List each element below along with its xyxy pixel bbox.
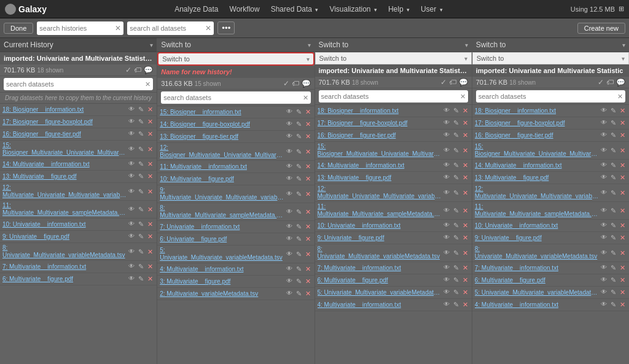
edit-icon[interactable]: ✎ <box>295 107 303 117</box>
view-icon[interactable]: 👁 <box>442 249 451 258</box>
col-header-arrow-0[interactable]: ▾ <box>150 42 153 48</box>
edit-icon[interactable]: ✎ <box>295 234 303 244</box>
dataset-name[interactable]: 5: Univariate_Multivariate_variableMetad… <box>318 289 441 296</box>
delete-icon[interactable]: ✕ <box>146 220 154 229</box>
edit-icon[interactable]: ✎ <box>452 233 460 242</box>
nav-shared-data[interactable]: Shared Data ▾ <box>266 2 324 16</box>
dataset-name[interactable]: 7: Multivariate__information.txt <box>2 263 126 270</box>
dataset-name[interactable]: 15: Biosigner_Multivariate_Univariate_Mu… <box>2 142 126 157</box>
edit-icon[interactable]: ✎ <box>609 161 617 170</box>
delete-icon[interactable]: ✕ <box>619 263 627 273</box>
dataset-name[interactable]: 8: Univariate_Multivariate_variableMetad… <box>475 246 598 260</box>
view-icon[interactable]: 👁 <box>285 162 294 171</box>
edit-icon[interactable]: ✎ <box>452 131 460 140</box>
dataset-name[interactable]: 14: Multivariate__information.txt <box>2 161 126 168</box>
dataset-name[interactable]: 11: Multivariate_Multivariate_sampleMeta… <box>475 203 598 218</box>
delete-icon[interactable]: ✕ <box>304 162 312 171</box>
edit-icon[interactable]: ✎ <box>137 117 145 126</box>
create-new-button[interactable]: Create new <box>577 23 625 34</box>
edit-icon[interactable]: ✎ <box>137 105 145 114</box>
edit-icon[interactable]: ✎ <box>452 221 460 230</box>
dataset-name[interactable]: 11: Multivariate_Multivariate_sampleMeta… <box>2 202 126 217</box>
checkmark-icon-3[interactable]: ✓ <box>598 78 604 87</box>
dataset-name[interactable]: 18: Biosigner__information.txt <box>475 107 598 114</box>
delete-icon[interactable]: ✕ <box>461 161 469 170</box>
delete-icon[interactable]: ✕ <box>461 276 469 285</box>
edit-icon[interactable]: ✎ <box>137 160 145 169</box>
edit-icon[interactable]: ✎ <box>295 162 303 171</box>
edit-icon[interactable]: ✎ <box>609 233 617 242</box>
delete-icon[interactable]: ✕ <box>619 188 627 198</box>
dataset-name[interactable]: 10: Univariate__information.txt <box>475 222 598 229</box>
view-icon[interactable]: 👁 <box>600 131 608 140</box>
delete-icon[interactable]: ✕ <box>304 132 312 141</box>
view-icon[interactable]: 👁 <box>442 276 451 285</box>
view-icon[interactable]: 👁 <box>600 249 608 258</box>
view-icon[interactable]: 👁 <box>127 262 136 271</box>
search-datasets-input-1[interactable] <box>163 94 300 101</box>
edit-icon[interactable]: ✎ <box>609 206 617 215</box>
edit-icon[interactable]: ✎ <box>295 222 303 231</box>
edit-icon[interactable]: ✎ <box>137 232 145 241</box>
edit-icon[interactable]: ✎ <box>609 249 617 258</box>
clear-datasets-icon[interactable]: ✕ <box>205 24 211 33</box>
dataset-name[interactable]: 12: Multivariate_Univariate_Multivariate… <box>475 185 598 200</box>
delete-icon[interactable]: ✕ <box>304 120 312 129</box>
delete-icon[interactable]: ✕ <box>461 288 469 297</box>
edit-icon[interactable]: ✎ <box>609 173 617 182</box>
dataset-name[interactable]: 7: Multivariate__information.txt <box>318 265 441 271</box>
dataset-name[interactable]: 6: Univariate__figure.pdf <box>160 236 283 242</box>
nav-workflow[interactable]: Workflow <box>225 2 265 16</box>
edit-icon[interactable]: ✎ <box>452 288 460 297</box>
nav-user[interactable]: User ▾ <box>416 2 448 16</box>
nav-visualization[interactable]: Visualization ▾ <box>324 2 382 16</box>
dataset-name[interactable]: 4: Multivariate__information.txt <box>160 266 283 273</box>
edit-icon[interactable]: ✎ <box>452 173 460 182</box>
dataset-name[interactable]: 17: Biosigner__figure-boxplot.pdf <box>475 120 598 126</box>
delete-icon[interactable]: ✕ <box>146 105 154 114</box>
delete-icon[interactable]: ✕ <box>146 262 154 271</box>
delete-icon[interactable]: ✕ <box>461 221 469 230</box>
edit-icon[interactable]: ✎ <box>137 247 145 257</box>
search-histories-input[interactable] <box>39 25 113 32</box>
view-icon[interactable]: 👁 <box>285 147 294 157</box>
view-icon[interactable]: 👁 <box>442 206 451 215</box>
done-button[interactable]: Done <box>4 23 33 34</box>
delete-icon[interactable]: ✕ <box>461 300 469 309</box>
tag-icon-0[interactable]: 🏷 <box>134 66 141 74</box>
dataset-name[interactable]: 13: Biosigner__figure-tier.pdf <box>160 133 283 140</box>
dataset-name[interactable]: 16: Biosigner__figure-tier.pdf <box>318 132 441 139</box>
view-icon[interactable]: 👁 <box>442 263 451 273</box>
dataset-name[interactable]: 7: Multivariate__information.txt <box>475 265 598 271</box>
switch-bar-2[interactable]: Switch to ▾ <box>315 52 472 64</box>
checkmark-icon-0[interactable]: ✓ <box>125 66 131 74</box>
view-icon[interactable]: 👁 <box>600 188 608 198</box>
delete-icon[interactable]: ✕ <box>461 173 469 182</box>
view-icon[interactable]: 👁 <box>600 276 608 285</box>
edit-icon[interactable]: ✎ <box>137 220 145 229</box>
edit-icon[interactable]: ✎ <box>609 263 617 273</box>
dataset-name[interactable]: 15: Biosigner_Multivariate_Univariate_Mu… <box>475 143 598 158</box>
dataset-name[interactable]: 18: Biosigner__information.txt <box>2 106 126 113</box>
dataset-name[interactable]: 15: Biosigner_Multivariate_Univariate_Mu… <box>318 143 441 158</box>
delete-icon[interactable]: ✕ <box>619 173 627 182</box>
delete-icon[interactable]: ✕ <box>619 161 627 170</box>
delete-icon[interactable]: ✕ <box>461 106 469 115</box>
delete-icon[interactable]: ✕ <box>619 233 627 242</box>
delete-icon[interactable]: ✕ <box>619 221 627 230</box>
view-icon[interactable]: 👁 <box>600 118 608 128</box>
col-header-arrow-3[interactable]: ▾ <box>622 42 625 48</box>
view-icon[interactable]: 👁 <box>442 161 451 170</box>
dataset-name[interactable]: 8: Univariate_Multivariate_variableMetad… <box>2 244 126 259</box>
view-icon[interactable]: 👁 <box>600 161 608 170</box>
dataset-name[interactable]: 6: Multivariate__figure.pdf <box>475 277 598 284</box>
delete-icon[interactable]: ✕ <box>461 131 469 140</box>
delete-icon[interactable]: ✕ <box>304 174 312 184</box>
view-icon[interactable]: 👁 <box>127 205 136 214</box>
delete-icon[interactable]: ✕ <box>146 187 154 196</box>
dataset-name[interactable]: 9: Univariate__figure.pdf <box>2 233 126 240</box>
delete-icon[interactable]: ✕ <box>304 277 312 286</box>
dataset-name[interactable]: 14: Biosigner__figure-boxplot.pdf <box>160 121 283 128</box>
edit-icon[interactable]: ✎ <box>609 106 617 115</box>
dataset-name[interactable]: 5: Univariate_Multivariate_variableMetad… <box>475 289 598 296</box>
